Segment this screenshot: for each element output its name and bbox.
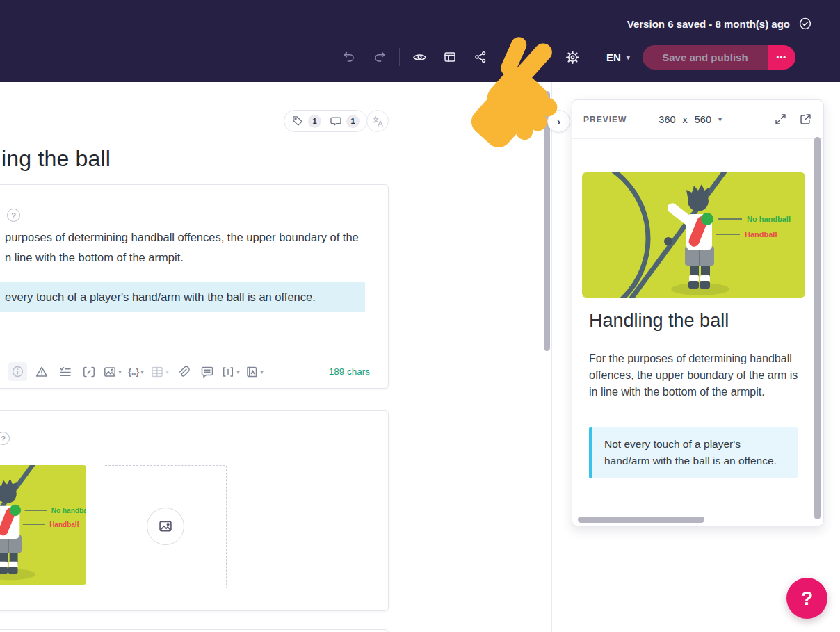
settings-gear-icon bbox=[565, 50, 580, 65]
preview-paragraph: For the purposes of determining handball… bbox=[589, 350, 799, 400]
no-handball-label: No handball bbox=[51, 507, 86, 514]
field-help-icon[interactable]: ? bbox=[0, 432, 10, 445]
editor-toolbar: ▾ {..} ▾ ▾ bbox=[0, 355, 388, 388]
open-new-icon bbox=[799, 113, 812, 126]
preview-mode-button[interactable] bbox=[404, 44, 435, 70]
info-icon bbox=[11, 365, 24, 378]
preview-header: PREVIEW 360 x 560 ▾ bbox=[572, 100, 823, 139]
handball-illustration: No handball Handball bbox=[582, 172, 805, 298]
checklist-icon bbox=[58, 365, 72, 379]
code-icon bbox=[82, 365, 96, 379]
panel-divider bbox=[551, 82, 552, 632]
preview-eye-icon bbox=[412, 50, 427, 65]
preview-size-selector[interactable]: 360 x 560 ▾ bbox=[659, 114, 722, 125]
translate-button[interactable] bbox=[366, 110, 389, 132]
handball-illustration-thumb: No handball Handball bbox=[0, 465, 86, 585]
handball-label: Handball bbox=[745, 230, 777, 238]
collapse-preview-button[interactable]: › bbox=[547, 110, 570, 133]
insert-image-tool-button[interactable]: ▾ bbox=[103, 362, 122, 381]
no-handball-label: No handball bbox=[747, 215, 791, 223]
language-selector[interactable]: EN ▾ bbox=[606, 51, 630, 63]
preview-illustration: No handball Handball bbox=[582, 172, 805, 298]
braces-icon: {..} bbox=[128, 367, 139, 377]
preview-heading: Handling the ball bbox=[589, 310, 729, 332]
attachment-tool-button[interactable] bbox=[174, 362, 193, 381]
language-label: EN bbox=[606, 51, 621, 63]
code-tool-button[interactable] bbox=[79, 362, 98, 381]
warning-icon bbox=[35, 365, 49, 379]
redo-icon bbox=[373, 50, 387, 64]
note-tool-button[interactable] bbox=[197, 362, 216, 381]
preview-horizontal-scrollbar[interactable] bbox=[578, 517, 704, 523]
meta-badges[interactable]: 1 1 bbox=[284, 110, 367, 132]
textblock-tool-button[interactable]: ▾ bbox=[221, 362, 240, 381]
save-split-button: Save and publish ••• bbox=[643, 45, 795, 70]
save-and-publish-button[interactable]: Save and publish bbox=[643, 45, 768, 70]
checklist-tool-button[interactable] bbox=[56, 362, 74, 381]
version-status: Version 6 saved - 8 month(s) ago bbox=[627, 17, 812, 31]
editor-paragraph-line2[interactable]: n line with the bottom of the armpit. bbox=[5, 251, 184, 264]
table-tool-button[interactable]: ▾ bbox=[150, 362, 169, 381]
preview-height-value: 560 bbox=[695, 114, 711, 125]
page-title: ing the ball bbox=[1, 146, 111, 172]
info-icon bbox=[504, 50, 518, 64]
editor-scrollbar[interactable] bbox=[544, 91, 550, 351]
editor-highlight-text: every touch of a player's hand/arm with … bbox=[5, 291, 316, 304]
expand-icon bbox=[774, 113, 787, 126]
question-glyph: ? bbox=[1, 435, 6, 443]
share-button[interactable] bbox=[465, 44, 496, 70]
layout-icon bbox=[443, 50, 457, 64]
undo-button[interactable] bbox=[334, 44, 364, 70]
app-window: Version 6 saved - 8 month(s) ago bbox=[0, 0, 840, 632]
chevron-down-icon: ▾ bbox=[165, 368, 169, 375]
chevron-down-icon: ▾ bbox=[118, 368, 122, 375]
translate-icon bbox=[371, 115, 385, 128]
image-thumbnail[interactable]: No handball Handball bbox=[0, 465, 86, 585]
preview-callout-text: Not every touch of a player's hand/arm w… bbox=[604, 438, 777, 467]
note-icon bbox=[200, 365, 214, 379]
comment-count-badge: 1 bbox=[346, 115, 360, 128]
comment-icon bbox=[330, 115, 342, 127]
expand-preview-button[interactable] bbox=[774, 113, 787, 126]
info-button[interactable] bbox=[496, 44, 526, 70]
save-more-button[interactable]: ••• bbox=[768, 45, 795, 70]
field-help-icon[interactable]: ? bbox=[7, 209, 20, 222]
question-glyph: ? bbox=[11, 211, 16, 220]
share-icon bbox=[474, 50, 487, 64]
warning-tool-button[interactable] bbox=[32, 362, 51, 381]
comments-button[interactable] bbox=[526, 44, 557, 70]
redo-button[interactable] bbox=[364, 44, 395, 70]
info-tool-button[interactable] bbox=[8, 362, 27, 381]
chevron-down-icon: ▾ bbox=[236, 368, 240, 375]
textblock-icon bbox=[221, 365, 235, 379]
undo-icon bbox=[342, 50, 356, 64]
add-image-button[interactable] bbox=[147, 508, 184, 545]
layout-button[interactable] bbox=[435, 44, 465, 70]
help-fab-button[interactable]: ? bbox=[786, 578, 827, 619]
text-block-card: ? purposes of determining handball offen… bbox=[0, 184, 389, 389]
tag-icon bbox=[291, 115, 304, 127]
preview-callout: Not every touch of a player's hand/arm w… bbox=[589, 427, 798, 478]
help-icon: ? bbox=[801, 588, 813, 610]
chevron-right-icon: › bbox=[557, 115, 560, 127]
attachment-icon bbox=[177, 365, 191, 379]
preview-vertical-scrollbar[interactable] bbox=[814, 137, 821, 519]
table-icon bbox=[150, 365, 164, 379]
comments-icon bbox=[535, 50, 549, 65]
toolbar-separator bbox=[399, 48, 400, 66]
editor-paragraph-line1[interactable]: purposes of determining handball offence… bbox=[5, 231, 359, 244]
open-in-new-button[interactable] bbox=[799, 113, 812, 126]
settings-button[interactable] bbox=[557, 44, 588, 70]
chevron-down-icon: ▾ bbox=[627, 54, 630, 61]
topbar: Version 6 saved - 8 month(s) ago bbox=[0, 0, 840, 82]
chevron-down-icon: ▾ bbox=[718, 115, 722, 123]
chevron-down-icon: ▾ bbox=[260, 368, 264, 375]
glossary-tool-button[interactable]: ▾ bbox=[245, 362, 264, 381]
image-icon bbox=[103, 365, 117, 379]
preview-size-separator: x bbox=[683, 114, 688, 125]
preview-width-value: 360 bbox=[659, 114, 675, 125]
handball-label: Handball bbox=[49, 521, 79, 528]
editor-highlight-block[interactable]: every touch of a player's hand/arm with … bbox=[0, 282, 365, 312]
image-placeholder-icon bbox=[158, 519, 173, 534]
variables-tool-button[interactable]: {..} ▾ bbox=[127, 362, 145, 381]
